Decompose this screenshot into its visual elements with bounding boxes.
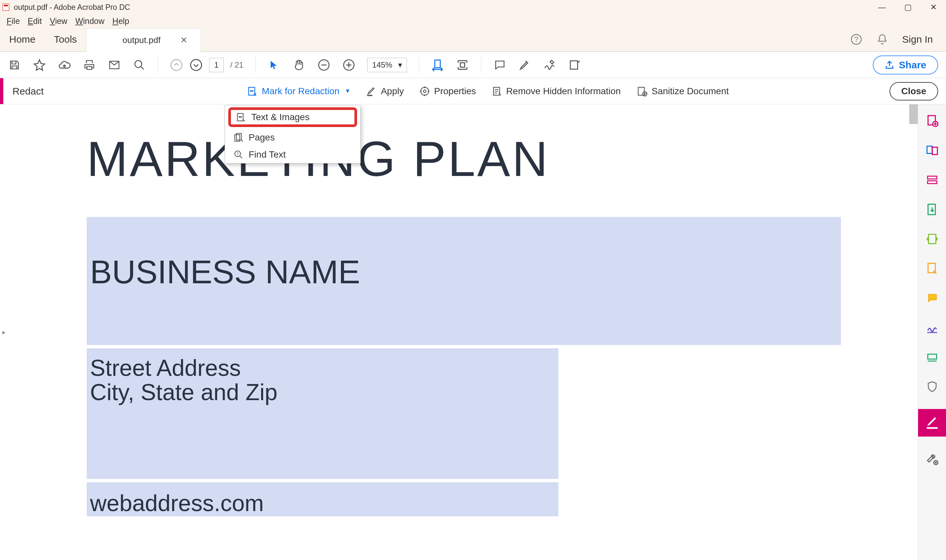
minimize-button[interactable]: — [878, 3, 886, 12]
left-panel-toggle[interactable]: ▸ [0, 105, 8, 560]
rail-create-pdf-icon[interactable] [925, 114, 940, 128]
scrollbar-thumb[interactable] [909, 105, 918, 124]
web-box: webaddress.com [87, 482, 558, 516]
svg-rect-36 [927, 427, 937, 429]
dropdown-pages[interactable]: Pages [225, 129, 361, 146]
svg-rect-0 [3, 4, 9, 11]
apply-button[interactable]: Apply [366, 86, 404, 97]
main-toolbar: / 21 145% ▾ Share [0, 52, 946, 78]
remove-hidden-label: Remove Hidden Information [506, 86, 621, 97]
street-text: Street Address [90, 356, 555, 380]
rail-fill-sign-icon[interactable] [925, 320, 940, 335]
rail-more-tools-icon[interactable] [925, 452, 940, 466]
svg-rect-18 [638, 87, 644, 95]
rail-redact-icon[interactable] [918, 409, 946, 437]
zoom-select[interactable]: 145% ▾ [367, 58, 407, 72]
rail-combine-icon[interactable] [925, 143, 940, 158]
fit-width-icon[interactable] [431, 58, 444, 72]
close-redact-button[interactable]: Close [889, 82, 938, 100]
sanitize-label: Sanitize Document [652, 86, 729, 97]
toolbar-separator [419, 57, 419, 73]
tab-document[interactable]: output.pdf ✕ [86, 28, 201, 52]
close-window-button[interactable]: ✕ [930, 3, 937, 12]
menu-view[interactable]: View [47, 16, 70, 26]
remove-hidden-icon [492, 86, 502, 97]
web-text: webaddress.com [90, 490, 555, 516]
properties-button[interactable]: Properties [419, 86, 476, 97]
svg-text:?: ? [854, 35, 858, 43]
dropdown-text-images[interactable]: Text & Images [228, 107, 357, 127]
star-icon[interactable] [33, 58, 46, 72]
pages-icon [234, 132, 243, 143]
highlight-icon[interactable] [518, 58, 531, 72]
mark-for-redaction-button[interactable]: Mark for Redaction ▼ [247, 86, 350, 97]
title-bar: output.pdf - Adobe Acrobat Pro DC — ▢ ✕ [0, 0, 946, 14]
fit-page-icon[interactable] [456, 58, 469, 72]
maximize-button[interactable]: ▢ [904, 3, 912, 12]
search-icon[interactable] [133, 58, 146, 72]
rail-scan-icon[interactable] [925, 350, 940, 365]
svg-point-7 [191, 59, 201, 70]
svg-rect-29 [932, 148, 937, 155]
rail-export-pdf-icon[interactable] [925, 202, 940, 217]
toolbar-separator [255, 57, 256, 73]
svg-point-15 [421, 87, 429, 95]
page-down-icon[interactable] [190, 58, 203, 72]
zoom-in-icon[interactable] [342, 58, 355, 72]
svg-text:T: T [236, 152, 239, 157]
page-up-icon[interactable] [170, 58, 183, 72]
tab-close-icon[interactable]: ✕ [180, 35, 188, 45]
svg-rect-1 [4, 5, 8, 6]
rail-organize-icon[interactable] [925, 232, 940, 246]
svg-point-16 [424, 90, 426, 92]
svg-rect-11 [570, 61, 578, 69]
tab-document-label: output.pdf [123, 35, 160, 45]
sanitize-button[interactable]: Sanitize Document [636, 86, 729, 97]
toolbar-separator [481, 57, 481, 73]
comment-icon[interactable] [493, 58, 506, 72]
remove-hidden-button[interactable]: Remove Hidden Information [492, 86, 621, 97]
stamp-icon[interactable] [568, 58, 581, 72]
toolbar-separator [158, 57, 158, 73]
dropdown-pages-label: Pages [249, 132, 274, 143]
save-icon[interactable] [8, 58, 21, 72]
svg-point-19 [642, 92, 647, 96]
help-icon[interactable]: ? [850, 34, 862, 45]
workspace: ▸ MARKETING PLAN BUSINESS NAME Street Ad… [0, 105, 946, 560]
sign-icon[interactable] [543, 58, 556, 72]
svg-point-6 [171, 59, 182, 70]
sanitize-icon [636, 86, 648, 97]
rail-protect-icon[interactable] [925, 380, 940, 394]
menu-window[interactable]: Window [72, 16, 107, 26]
tab-tools[interactable]: Tools [45, 28, 86, 51]
bell-icon[interactable] [877, 34, 888, 45]
mail-icon[interactable] [108, 58, 121, 72]
cloud-upload-icon[interactable] [58, 58, 71, 72]
svg-point-5 [135, 60, 142, 67]
pointer-icon[interactable] [267, 58, 280, 72]
zoom-out-icon[interactable] [317, 58, 330, 72]
page-number-input[interactable] [209, 58, 224, 72]
dropdown-find-text[interactable]: T Find Text [225, 146, 361, 163]
hand-icon[interactable] [292, 58, 305, 72]
business-name-text: BUSINESS NAME [90, 253, 838, 291]
rail-comment-icon[interactable] [925, 291, 940, 305]
menu-bar: File Edit View Window Help [0, 14, 946, 28]
rail-send-icon[interactable] [925, 261, 940, 276]
share-label: Share [899, 59, 926, 71]
tab-home[interactable]: Home [0, 28, 45, 51]
print-icon[interactable] [83, 58, 96, 72]
document-area[interactable]: MARKETING PLAN BUSINESS NAME Street Addr… [8, 105, 918, 560]
sign-in-link[interactable]: Sign In [902, 34, 933, 45]
svg-rect-33 [928, 234, 935, 244]
svg-rect-10 [435, 60, 441, 68]
page-total: / 21 [230, 60, 243, 69]
rail-edit-pdf-icon[interactable] [925, 173, 940, 187]
menu-edit[interactable]: Edit [25, 16, 44, 26]
document-page: MARKETING PLAN BUSINESS NAME Street Addr… [87, 131, 842, 516]
svg-rect-13 [250, 90, 254, 92]
page-navigation: / 21 [170, 58, 243, 72]
menu-help[interactable]: Help [110, 16, 132, 26]
menu-file[interactable]: File [4, 16, 22, 26]
share-button[interactable]: Share [873, 55, 938, 74]
